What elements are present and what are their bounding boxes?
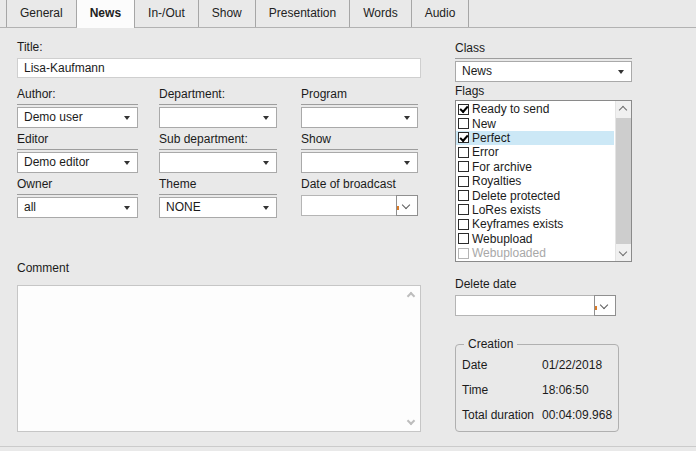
creation-row-date: Date01/22/2018: [462, 352, 612, 377]
delete-date-field-group: Delete date: [455, 277, 616, 316]
flags-label: Flags: [455, 84, 484, 99]
department-dropdown[interactable]: [159, 107, 277, 128]
scrollbar-thumb[interactable]: [616, 118, 631, 244]
tab-news[interactable]: News: [77, 0, 135, 28]
class-field-group: Class News: [455, 41, 632, 82]
date-dropdown-button[interactable]: [594, 295, 616, 316]
checkbox-icon[interactable]: [458, 204, 469, 215]
flag-item-new[interactable]: New: [456, 116, 614, 130]
date-of-broadcast-field-group: Date of broadcast: [301, 177, 418, 216]
author-field-group: Author: Demo user: [17, 87, 138, 128]
checkbox-icon[interactable]: [458, 132, 469, 143]
program-field-group: Program: [301, 87, 418, 128]
creation-row-total-duration: Total duration00:04:09.968: [462, 402, 612, 427]
tab-audio[interactable]: Audio: [412, 0, 470, 27]
owner-dropdown[interactable]: all: [17, 197, 138, 218]
chevron-down-icon: [402, 201, 410, 209]
tab-bar: GeneralNewsIn-/OutShowPresentationWordsA…: [0, 0, 696, 28]
dropdown-arrow-icon: [618, 70, 624, 74]
flag-label: Webuploaded: [472, 246, 546, 260]
tab-presentation[interactable]: Presentation: [256, 0, 350, 27]
editor-field-group: Editor Demo editor: [17, 132, 138, 173]
author-label: Author:: [17, 87, 138, 105]
date-of-broadcast-label: Date of broadcast: [301, 177, 418, 192]
flag-item-webuploaded[interactable]: Webuploaded: [456, 246, 614, 260]
author-dropdown[interactable]: Demo user: [17, 107, 138, 128]
flags-listbox[interactable]: Ready to sendNewPerfectErrorFor archiveR…: [455, 100, 632, 262]
flag-item-perfect[interactable]: Perfect: [456, 131, 614, 145]
flag-item-for-archive[interactable]: For archive: [456, 160, 614, 174]
flag-label: Royalties: [472, 174, 521, 188]
theme-field-group: Theme NONE: [159, 177, 277, 218]
checkbox-icon[interactable]: [458, 161, 469, 172]
department-label: Department:: [159, 87, 277, 105]
title-field-group: Title:: [17, 40, 421, 78]
date-of-broadcast-picker[interactable]: [301, 195, 418, 216]
creation-legend: Creation: [464, 337, 517, 351]
scroll-up-icon[interactable]: [619, 106, 627, 114]
creation-row-label: Time: [462, 383, 542, 397]
tab-in-out[interactable]: In-/Out: [135, 0, 199, 27]
flag-item-royalties[interactable]: Royalties: [456, 174, 614, 188]
flags-rows: Ready to sendNewPerfectErrorFor archiveR…: [456, 102, 614, 261]
class-label: Class: [455, 41, 632, 59]
editor-label: Editor: [17, 132, 138, 150]
dropdown-arrow-icon: [263, 161, 269, 165]
show-dropdown[interactable]: [301, 152, 418, 173]
creation-row-label: Total duration: [462, 408, 542, 422]
editor-dropdown[interactable]: Demo editor: [17, 152, 138, 173]
dropdown-arrow-icon: [124, 116, 130, 120]
theme-label: Theme: [159, 177, 277, 195]
date-dropdown-button[interactable]: [396, 195, 418, 216]
tab-words[interactable]: Words: [350, 0, 411, 27]
checkbox-icon[interactable]: [458, 118, 469, 129]
checkbox-icon[interactable]: [458, 104, 469, 115]
dropdown-arrow-icon: [404, 161, 410, 165]
creation-rows: Date01/22/2018Time18:06:50Total duration…: [462, 352, 612, 427]
flag-item-ready-to-send[interactable]: Ready to send: [456, 102, 614, 116]
tab-show[interactable]: Show: [199, 0, 256, 27]
creation-row-value: 00:04:09.968: [542, 408, 612, 422]
show-label: Show: [301, 132, 418, 150]
scroll-down-icon[interactable]: [619, 248, 627, 256]
author-value: Demo user: [24, 110, 83, 124]
date-tick-mark: [397, 206, 399, 210]
sub-department-label: Sub department:: [159, 132, 277, 150]
checkbox-icon[interactable]: [458, 147, 469, 158]
flag-item-webupload[interactable]: Webupload: [456, 232, 614, 246]
checkbox-icon[interactable]: [458, 190, 469, 201]
creation-row-value: 18:06:50: [542, 383, 589, 397]
comment-field-group: Comment: [17, 261, 421, 432]
flag-item-keyframes-exists[interactable]: Keyframes exists: [456, 217, 614, 231]
comment-textarea[interactable]: [18, 286, 420, 431]
title-label: Title:: [17, 40, 421, 55]
creation-row-time: Time18:06:50: [462, 377, 612, 402]
program-label: Program: [301, 87, 418, 105]
flag-label: Webupload: [472, 232, 533, 246]
comment-box: [17, 285, 421, 432]
flag-item-item[interactable]: [456, 260, 614, 261]
tab-general[interactable]: General: [6, 0, 77, 27]
checkbox-icon[interactable]: [458, 176, 469, 187]
delete-date-picker[interactable]: [455, 295, 616, 316]
program-dropdown[interactable]: [301, 107, 418, 128]
class-dropdown[interactable]: News: [455, 61, 632, 82]
checkbox-icon[interactable]: [458, 233, 469, 244]
flag-label: Keyframes exists: [472, 217, 563, 231]
flag-item-lores-exists[interactable]: LoRes exists: [456, 203, 614, 217]
dropdown-arrow-icon: [124, 206, 130, 210]
flag-item-delete-protected[interactable]: Delete protected: [456, 188, 614, 202]
flag-item-error[interactable]: Error: [456, 145, 614, 159]
theme-dropdown[interactable]: NONE: [159, 197, 277, 218]
delete-date-label: Delete date: [455, 277, 616, 292]
checkbox-icon[interactable]: [458, 219, 469, 230]
checkbox-icon[interactable]: [458, 248, 469, 259]
flag-label: Perfect: [472, 131, 510, 145]
creation-row-label: Date: [462, 358, 542, 372]
dropdown-arrow-icon: [263, 116, 269, 120]
dropdown-arrow-icon: [263, 206, 269, 210]
title-input[interactable]: [17, 58, 421, 78]
sub-department-dropdown[interactable]: [159, 152, 277, 173]
flags-scrollbar[interactable]: [615, 101, 631, 261]
flag-label: New: [472, 117, 496, 131]
